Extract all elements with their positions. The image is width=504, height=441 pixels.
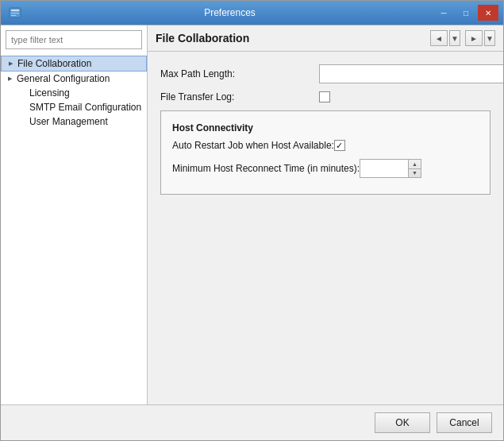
nav-back-dropdown[interactable]: ▼	[449, 30, 460, 46]
expander-general-configuration[interactable]	[4, 73, 15, 84]
nav-forward-dropdown[interactable]: ▼	[484, 30, 495, 46]
svg-rect-3	[11, 15, 16, 16]
forward-dropdown-icon: ▼	[486, 34, 494, 43]
panel-nav-buttons: ◄ ▼ ► ▼	[430, 30, 495, 46]
cancel-button[interactable]: Cancel	[437, 412, 492, 433]
min-reconnect-spin-buttons	[408, 160, 421, 177]
content-area: File Collaboration General Configuration…	[1, 25, 503, 404]
svg-rect-2	[11, 13, 19, 14]
minimize-button[interactable]: ─	[433, 5, 454, 21]
host-connectivity-section: Host Connectivity Auto Restart Job when …	[160, 110, 491, 195]
tree-label-user-management: User Management	[29, 116, 108, 127]
host-connectivity-header: Host Connectivity	[172, 122, 479, 133]
right-panel: File Collaboration ◄ ▼ ► ▼	[148, 25, 503, 404]
auto-restart-checkbox[interactable]	[334, 140, 345, 151]
file-transfer-log-label: File Transfer Log:	[160, 91, 319, 103]
back-icon: ◄	[435, 34, 443, 43]
window-title: Preferences	[26, 7, 433, 18]
min-reconnect-spin-up[interactable]	[409, 160, 421, 169]
expander-licensing	[17, 87, 28, 99]
bottom-bar: OK Cancel	[1, 404, 503, 440]
preferences-window: Preferences ─ □ ✕ File Collaboration Gen…	[0, 0, 504, 441]
auto-restart-label: Auto Restart Job when Host Available:	[172, 140, 334, 151]
window-controls: ─ □ ✕	[433, 5, 498, 21]
nav-back-button[interactable]: ◄	[430, 30, 448, 46]
tree-item-user-management[interactable]: User Management	[1, 114, 147, 129]
auto-restart-row: Auto Restart Job when Host Available:	[172, 140, 479, 151]
nav-forward-button[interactable]: ►	[465, 30, 483, 46]
file-transfer-log-row: File Transfer Log:	[160, 91, 491, 103]
expander-smtp	[17, 102, 28, 113]
max-path-length-row: Max Path Length: 1024	[160, 64, 491, 83]
maximize-button[interactable]: □	[456, 5, 476, 21]
svg-rect-1	[11, 10, 19, 11]
min-reconnect-input[interactable]: 2	[360, 160, 408, 177]
back-dropdown-icon: ▼	[451, 34, 459, 43]
window-icon	[9, 6, 21, 19]
left-panel: File Collaboration General Configuration…	[1, 25, 148, 404]
file-transfer-log-checkbox[interactable]	[319, 91, 330, 103]
expander-file-collaboration[interactable]	[5, 58, 16, 69]
tree-label-smtp: SMTP Email Configuration	[29, 102, 141, 113]
tree-area: File Collaboration General Configuration…	[1, 54, 147, 404]
tree-label-general-configuration: General Configuration	[17, 73, 110, 84]
min-reconnect-spinner: 2	[360, 159, 421, 178]
tree-item-licensing[interactable]: Licensing	[1, 86, 147, 100]
title-bar: Preferences ─ □ ✕	[1, 1, 503, 25]
forward-icon: ►	[470, 34, 478, 43]
tree-item-file-collaboration[interactable]: File Collaboration	[1, 56, 147, 72]
max-path-length-spinner: 1024	[319, 64, 503, 83]
tree-label-licensing: Licensing	[29, 87, 70, 99]
ok-button[interactable]: OK	[375, 412, 430, 433]
tree-item-general-configuration[interactable]: General Configuration	[1, 72, 147, 86]
panel-header: File Collaboration ◄ ▼ ► ▼	[148, 25, 503, 52]
expander-user-management	[17, 116, 28, 127]
min-reconnect-spin-down[interactable]	[409, 169, 421, 178]
filter-input[interactable]	[6, 30, 142, 49]
panel-content: Max Path Length: 1024 File Transfer Log:	[148, 52, 503, 404]
tree-item-smtp-email[interactable]: SMTP Email Configuration	[1, 100, 147, 114]
panel-title: File Collaboration	[156, 32, 249, 44]
min-reconnect-row: Minimum Host Reconnect Time (in minutes)…	[172, 159, 479, 178]
close-button[interactable]: ✕	[478, 5, 498, 21]
max-path-length-label: Max Path Length:	[160, 68, 319, 79]
max-path-length-input[interactable]: 1024	[320, 65, 503, 83]
min-reconnect-label: Minimum Host Reconnect Time (in minutes)…	[172, 163, 360, 174]
tree-label-file-collaboration: File Collaboration	[17, 58, 91, 69]
